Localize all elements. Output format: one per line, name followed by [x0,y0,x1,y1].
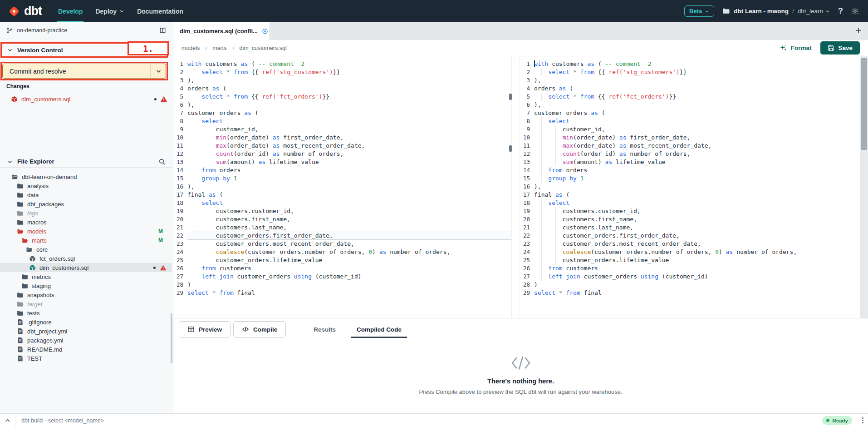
editor-scrollbar-thumb[interactable] [861,58,867,150]
code-line[interactable]: 27 left join customer_orders using (cust… [173,273,511,281]
tree-item-data[interactable]: data [0,190,172,199]
tree-item-staging[interactable]: staging [0,281,172,290]
tree-item-models[interactable]: modelsM [0,227,172,236]
chevron-down-icon[interactable] [7,47,13,53]
code-line[interactable]: 7customer_orders as ( [173,109,511,117]
code-line[interactable]: 29select * from final [173,289,511,297]
code-line[interactable]: 7customer_orders as ( [520,109,860,117]
git-branch-row[interactable]: on-demand-practice [0,22,173,39]
code-line[interactable]: 16), [173,183,511,191]
code-line[interactable]: 24 coalesce(customer_orders.number_of_or… [520,248,860,256]
code-line[interactable]: 4orders as ( [520,84,860,93]
code-line[interactable]: 3), [173,76,511,84]
code-line[interactable]: 14 from orders [520,166,860,174]
nav-item-deploy[interactable]: Deploy [89,0,131,22]
code-line[interactable]: 15 group by 1 [520,174,860,183]
code-line[interactable]: 8 select [520,117,860,125]
file-explorer-header[interactable]: File Explorer [0,156,173,168]
code-line[interactable]: 23 customer_orders.most_recent_order_dat… [173,240,511,248]
tree-item-dim-customers-sql[interactable]: dim_customers.sql [0,263,172,272]
changed-file-dim-customers[interactable]: dim_customers.sql [0,94,173,104]
code-line[interactable]: 11 max(order_date) as most_recent_order_… [520,142,860,150]
code-line[interactable]: 26 from customers [520,264,860,273]
tree-item-macros[interactable]: macros [0,218,172,227]
code-line[interactable]: 5 select * from {{ ref('fct_orders')}} [173,93,511,101]
nav-item-develop[interactable]: Develop [52,0,89,22]
tree-item-snapshots[interactable]: snapshots [0,290,172,299]
code-line[interactable]: 10 min(order_date) as first_order_date, [520,134,860,142]
code-line[interactable]: 10 min(order_date) as first_order_date, [173,134,511,142]
tab-dim-customers[interactable]: dim_customers.sql (confli... [173,22,270,40]
search-icon[interactable] [158,158,166,165]
tree-item-dbt-packages[interactable]: dbt_packages [0,199,172,209]
commit-dropdown-caret[interactable] [151,64,166,78]
code-line[interactable]: 25 customer_orders.lifetime_value [173,256,511,264]
code-line[interactable]: 1with customers as ( -- comment 2 [520,60,860,68]
code-line[interactable]: 13 sum(amount) as lifetime_value [520,158,860,166]
code-line[interactable]: 22 customer_orders.first_order_date, [520,232,860,240]
code-line[interactable]: 2 select * from {{ ref('stg_customers')}… [520,68,860,76]
code-line[interactable]: 19 customers.customer_id, [520,207,860,215]
save-button[interactable]: Save [820,41,860,55]
code-line[interactable]: 9 customer_id, [520,125,860,134]
format-button[interactable]: Format [780,44,812,52]
code-line[interactable]: 6), [173,101,511,109]
code-line[interactable]: 25 customer_orders.lifetime_value [520,256,860,264]
code-line[interactable]: 12 count(order_id) as number_of_orders, [173,150,511,158]
code-line[interactable]: 24 coalesce(customer_orders.number_of_or… [173,248,511,256]
nav-item-documentation[interactable]: Documentation [131,0,190,22]
breadcrumb-marts[interactable]: marts [212,45,226,51]
editor-scrollbar[interactable] [860,56,868,318]
tree-item-core[interactable]: core [0,245,172,254]
code-line[interactable]: 20 customers.first_name, [520,215,860,223]
code-line[interactable]: 23 customer_orders.most_recent_order_dat… [520,240,860,248]
tree-item-metrics[interactable]: metrics [0,272,172,281]
help-icon[interactable]: ? [838,6,843,16]
tree-item-target[interactable]: target [0,299,172,308]
expand-chevron-up-icon[interactable] [0,417,15,424]
tree-item-fct-orders-sql[interactable]: fct_orders.sql [0,254,172,263]
code-line[interactable]: 8 select [173,117,511,125]
settings-gear-icon[interactable] [851,7,859,15]
code-line[interactable]: 21 customers.last_name, [173,223,511,232]
docs-book-icon[interactable] [159,27,167,35]
code-line[interactable]: 2 select * from {{ ref('stg_customers')}… [173,68,511,76]
tree-item-readme-md[interactable]: README.md [0,345,172,354]
code-line[interactable]: 27 left join customer_orders using (cust… [520,273,860,281]
environment-name[interactable]: dbt_learn [798,8,830,15]
code-line[interactable]: 11 max(order_date) as most_recent_order_… [173,142,511,150]
code-line[interactable]: 22 customer_orders.first_order_date, [173,232,511,240]
beta-dropdown[interactable]: Beta [684,5,714,17]
code-line[interactable]: 3), [520,76,860,84]
code-line[interactable]: 17final as ( [520,191,860,199]
preview-button[interactable]: Preview [179,321,230,338]
code-line[interactable]: 15 group by 1 [173,174,511,183]
tree-item-analysis[interactable]: analysis [0,181,172,190]
dbt-logo[interactable]: dbt [7,4,42,18]
tree-item-tests[interactable]: tests [0,308,172,318]
compile-button[interactable]: Compile [233,321,286,338]
tree-item-test[interactable]: TEST [0,354,172,363]
code-line[interactable]: 19 customers.customer_id, [173,207,511,215]
code-line[interactable]: 21 customers.last_name, [520,223,860,232]
code-line[interactable]: 16), [520,183,860,191]
code-line[interactable]: 5 select * from {{ ref('fct_orders')}} [520,93,860,101]
code-line[interactable]: 28) [173,281,511,289]
code-pane-right[interactable]: 1with customers as ( -- comment 22 selec… [520,56,860,318]
tree-item-packages-yml[interactable]: packages.yml [0,336,172,345]
new-tab-plus-icon[interactable] [854,26,863,35]
tab-compiled-code[interactable]: Compiled Code [351,318,407,340]
code-line[interactable]: 13 sum(amount) as lifetime_value [173,158,511,166]
breadcrumb-models[interactable]: models [181,45,200,51]
code-line[interactable]: 18 select [173,199,511,207]
code-line[interactable]: 18 select [520,199,860,207]
code-line[interactable]: 20 customers.first_name, [173,215,511,223]
tree-item-logs[interactable]: logs [0,209,172,218]
commit-and-resolve-button[interactable]: Commit and resolve [2,64,166,79]
code-line[interactable]: 26 from customers [173,264,511,273]
tree-item--gitignore[interactable]: .gitignore [0,318,172,327]
code-pane-left[interactable]: 1with customers as ( -- comment 22 selec… [173,56,512,318]
command-input[interactable]: dbt build --select <model_name> [21,417,822,424]
code-line[interactable]: 4orders as ( [173,84,511,93]
code-line[interactable]: 28) [520,281,860,289]
